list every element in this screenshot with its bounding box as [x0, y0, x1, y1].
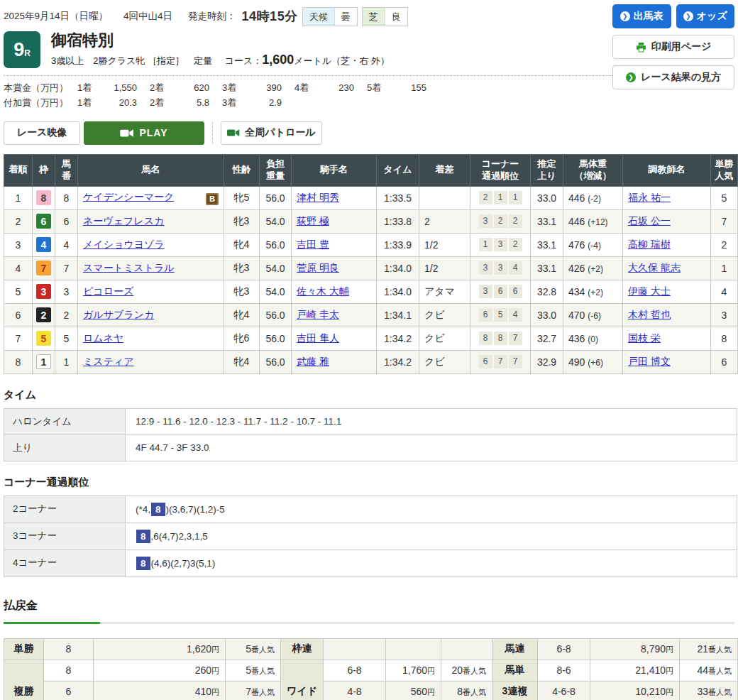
jockey-link[interactable]: 佐々木 大輔	[297, 285, 349, 297]
result-cell: 牝4	[224, 303, 260, 327]
result-guide-label: レース結果の見方	[641, 71, 721, 84]
result-cell: 33.0	[531, 303, 563, 327]
win-popularity-cell: 2	[711, 233, 738, 256]
horse-link[interactable]: ピコローズ	[83, 285, 133, 297]
prize-pair: 2着620	[150, 81, 222, 96]
rank-cell: 5	[4, 280, 33, 303]
prize-pair: 3着390	[222, 81, 294, 96]
rank-cell: 3	[4, 233, 33, 256]
result-guide-button[interactable]: ❯ レース結果の見方	[612, 65, 734, 89]
result-cell: 伊藤 大士	[623, 280, 711, 303]
result-cell: クビ	[419, 327, 470, 350]
jockey-link[interactable]: 津村 明秀	[297, 192, 339, 203]
trainer-link[interactable]: 国枝 栄	[628, 332, 661, 344]
horse-link[interactable]: メイショウヨゾラ	[83, 239, 165, 250]
payout-combination	[324, 638, 386, 660]
result-row: 811ミスティア牝456.0武藤 雅1:34.2クビ67732.9490 (+6…	[4, 350, 738, 373]
course-detail: メートル（芝・右 外）	[294, 55, 390, 66]
result-cell: 1:33.9	[377, 233, 419, 256]
results-header-row: 着順枠馬 番馬名性齢負担 重量騎手名タイム着差コーナー 通過順位推定 上り馬体重…	[4, 154, 738, 186]
time-row-label: 上り	[4, 434, 126, 461]
horse-number-cell: 7	[55, 256, 78, 280]
jockey-link[interactable]: 菅原 明良	[297, 262, 339, 273]
payout-popularity: 5番人気	[226, 638, 281, 660]
time-row-value: 4F 44.7 - 3F 33.0	[126, 434, 737, 461]
payout-popularity: 21番人気	[680, 638, 738, 660]
result-cell: 426 (+2)	[563, 256, 623, 280]
corner-position-box: 3	[494, 261, 507, 275]
jockey-link[interactable]: 荻野 極	[297, 215, 329, 226]
result-cell: 4	[33, 233, 55, 256]
jockey-link[interactable]: 吉田 豊	[297, 239, 329, 250]
frame-number-badge: 5	[36, 331, 51, 346]
video-camera-icon	[227, 128, 240, 137]
horse-number-cell: 2	[55, 303, 78, 327]
trainer-link[interactable]: 大久保 龍志	[628, 262, 681, 273]
odds-button[interactable]: ❯ オッズ	[676, 4, 735, 28]
horse-link[interactable]: ネーヴェフレスカ	[83, 215, 164, 226]
result-cell: 56.0	[260, 186, 292, 209]
payout-combination: 8	[44, 660, 94, 681]
result-cell: 牝4	[224, 350, 260, 373]
horse-link[interactable]: ケイデンシーマーク	[83, 191, 174, 202]
prize-pair: 1着20.3	[77, 96, 150, 111]
payout-heading-underline	[4, 622, 734, 624]
weather-label: 天候	[303, 8, 335, 26]
result-cell: 54.0	[260, 280, 292, 303]
result-cell: 吉田 隼人	[292, 327, 377, 350]
horse-link[interactable]: ガルサブランカ	[83, 309, 154, 320]
bet-type-label: 3連複	[492, 681, 538, 700]
result-cell: 322	[470, 209, 531, 233]
results-column-header: 馬名	[78, 154, 224, 186]
jockey-link[interactable]: 戸崎 圭太	[297, 309, 339, 320]
horse-link[interactable]: ロムネヤ	[83, 332, 123, 344]
bet-type-label: 複勝	[4, 660, 44, 700]
trainer-link[interactable]: 伊藤 大士	[628, 285, 671, 297]
weather-value: 曇	[335, 8, 357, 26]
horse-name-cell: メイショウヨゾラ	[78, 233, 224, 256]
payout-heading: 払戻金	[4, 598, 734, 613]
printer-icon	[636, 42, 646, 53]
trainer-link[interactable]: 戸田 博文	[628, 356, 671, 367]
prize-pair: 5着155	[367, 81, 439, 96]
trainer-link[interactable]: 高柳 瑞樹	[628, 239, 671, 250]
play-button[interactable]: PLAY	[84, 121, 204, 145]
results-column-header: 負担 重量	[260, 154, 292, 186]
result-cell: 490 (+6)	[563, 350, 623, 373]
result-cell: 1/2	[419, 233, 470, 256]
yen-suffix: 円	[427, 688, 435, 696]
result-cell	[419, 186, 470, 209]
horse-link[interactable]: スマートミストラル	[83, 262, 175, 273]
horse-link[interactable]: ミスティア	[83, 356, 134, 367]
entry-table-button[interactable]: ❯ 出馬表	[612, 4, 671, 28]
jockey-link[interactable]: 武藤 雅	[297, 356, 329, 367]
print-page-button[interactable]: 印刷用ページ	[612, 35, 734, 59]
payout-amount: 10,210円	[590, 681, 680, 700]
highlighted-horse-number: 8	[151, 503, 165, 516]
patrol-video-button[interactable]: 全周パトロール	[221, 121, 322, 145]
result-cell: 33.1	[531, 256, 563, 280]
blinker-badge: B	[206, 193, 219, 205]
corner-position-box: 6	[479, 308, 492, 322]
rank-cell: 2	[4, 209, 33, 233]
race-movie-label: レース映像	[17, 126, 67, 139]
rank-cell: 8	[4, 350, 33, 373]
result-cell: 1:34.0	[377, 256, 419, 280]
payout-combination: 8-6	[538, 660, 590, 681]
race-movie-button[interactable]: レース映像	[4, 121, 80, 145]
jockey-link[interactable]: 吉田 隼人	[297, 332, 339, 344]
payout-table: 単勝81,620円5番人気枠連馬連6-88,790円21番人気複勝8260円5番…	[4, 638, 738, 700]
result-cell: 436 (0)	[563, 327, 623, 350]
course-distance: 1,600	[262, 53, 294, 67]
yen-suffix: 円	[666, 667, 673, 675]
result-cell: 8	[33, 186, 55, 209]
time-row-value: 12.9 - 11.6 - 12.0 - 12.3 - 11.7 - 11.2 …	[126, 408, 737, 434]
result-cell: クビ	[419, 303, 470, 327]
trainer-link[interactable]: 木村 哲也	[628, 309, 671, 320]
trainer-link[interactable]: 福永 祐一	[628, 192, 671, 203]
result-cell: 211	[470, 186, 531, 209]
trainer-link[interactable]: 石坂 公一	[628, 215, 671, 226]
result-cell: 牝3	[224, 280, 260, 303]
win-popularity-cell: 6	[711, 350, 738, 373]
print-page-label: 印刷用ページ	[651, 40, 712, 53]
